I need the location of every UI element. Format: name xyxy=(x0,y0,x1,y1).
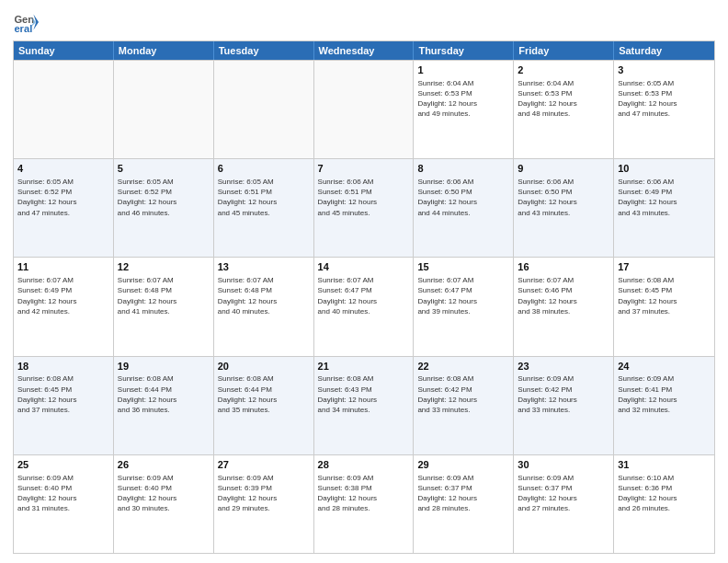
cal-cell: 28Sunrise: 6:09 AM Sunset: 6:38 PM Dayli… xyxy=(314,455,415,553)
day-number: 10 xyxy=(618,162,711,176)
cal-cell: 27Sunrise: 6:09 AM Sunset: 6:39 PM Dayli… xyxy=(214,455,314,553)
cell-info: Sunrise: 6:09 AM Sunset: 6:39 PM Dayligh… xyxy=(218,473,310,514)
day-number: 18 xyxy=(17,360,109,373)
day-number: 24 xyxy=(618,360,711,373)
cell-info: Sunrise: 6:05 AM Sunset: 6:52 PM Dayligh… xyxy=(17,177,109,218)
cell-info: Sunrise: 6:07 AM Sunset: 6:48 PM Dayligh… xyxy=(218,275,310,316)
cal-cell: 25Sunrise: 6:09 AM Sunset: 6:40 PM Dayli… xyxy=(14,455,114,553)
cal-cell: 11Sunrise: 6:07 AM Sunset: 6:49 PM Dayli… xyxy=(14,258,114,355)
cell-info: Sunrise: 6:06 AM Sunset: 6:50 PM Dayligh… xyxy=(417,177,509,218)
day-header-tuesday: Tuesday xyxy=(214,41,314,60)
svg-text:eral: eral xyxy=(14,23,32,34)
cal-cell: 1Sunrise: 6:04 AM Sunset: 6:53 PM Daylig… xyxy=(414,61,514,158)
cal-cell: 23Sunrise: 6:09 AM Sunset: 6:42 PM Dayli… xyxy=(514,357,614,454)
cell-info: Sunrise: 6:08 AM Sunset: 6:44 PM Dayligh… xyxy=(118,373,210,415)
day-number: 14 xyxy=(318,260,410,274)
day-number: 9 xyxy=(518,162,609,176)
cell-info: Sunrise: 6:08 AM Sunset: 6:42 PM Dayligh… xyxy=(417,373,509,415)
day-number: 11 xyxy=(17,260,109,274)
cal-cell: 3Sunrise: 6:05 AM Sunset: 6:53 PM Daylig… xyxy=(614,61,714,158)
cell-info: Sunrise: 6:07 AM Sunset: 6:46 PM Dayligh… xyxy=(518,275,609,316)
cell-info: Sunrise: 6:09 AM Sunset: 6:42 PM Dayligh… xyxy=(518,373,609,415)
calendar-header: SundayMondayTuesdayWednesdayThursdayFrid… xyxy=(14,41,714,60)
day-number: 7 xyxy=(318,162,410,176)
cell-info: Sunrise: 6:07 AM Sunset: 6:47 PM Dayligh… xyxy=(417,275,509,316)
calendar: SundayMondayTuesdayWednesdayThursdayFrid… xyxy=(13,40,715,554)
cal-cell: 7Sunrise: 6:06 AM Sunset: 6:51 PM Daylig… xyxy=(314,159,415,257)
cal-cell: 26Sunrise: 6:09 AM Sunset: 6:40 PM Dayli… xyxy=(114,455,214,553)
day-number: 23 xyxy=(518,360,609,373)
day-number: 5 xyxy=(118,162,210,176)
cell-info: Sunrise: 6:08 AM Sunset: 6:44 PM Dayligh… xyxy=(218,373,310,415)
cell-info: Sunrise: 6:05 AM Sunset: 6:53 PM Dayligh… xyxy=(618,78,711,120)
day-number: 3 xyxy=(618,63,711,77)
cal-cell xyxy=(214,61,314,158)
cal-cell: 30Sunrise: 6:09 AM Sunset: 6:37 PM Dayli… xyxy=(514,455,614,553)
day-number: 1 xyxy=(417,63,509,77)
cell-info: Sunrise: 6:09 AM Sunset: 6:40 PM Dayligh… xyxy=(17,473,109,514)
cal-cell: 20Sunrise: 6:08 AM Sunset: 6:44 PM Dayli… xyxy=(214,357,314,454)
cell-info: Sunrise: 6:08 AM Sunset: 6:45 PM Dayligh… xyxy=(618,275,711,316)
day-header-sunday: Sunday xyxy=(14,41,114,60)
day-header-monday: Monday xyxy=(114,41,214,60)
cell-info: Sunrise: 6:09 AM Sunset: 6:38 PM Dayligh… xyxy=(318,473,410,514)
day-number: 8 xyxy=(417,162,509,176)
cell-info: Sunrise: 6:08 AM Sunset: 6:43 PM Dayligh… xyxy=(318,373,410,415)
page: Gen eral SundayMondayTuesdayWednesdayThu… xyxy=(0,0,728,563)
day-number: 4 xyxy=(17,162,109,176)
day-header-thursday: Thursday xyxy=(414,41,514,60)
calendar-body: 1Sunrise: 6:04 AM Sunset: 6:53 PM Daylig… xyxy=(14,60,714,553)
day-number: 31 xyxy=(618,458,711,472)
day-header-saturday: Saturday xyxy=(614,41,714,60)
calendar-week-2: 11Sunrise: 6:07 AM Sunset: 6:49 PM Dayli… xyxy=(14,257,714,355)
cal-cell: 18Sunrise: 6:08 AM Sunset: 6:45 PM Dayli… xyxy=(14,357,114,454)
cal-cell xyxy=(14,61,114,158)
cell-info: Sunrise: 6:07 AM Sunset: 6:49 PM Dayligh… xyxy=(17,275,109,316)
cal-cell: 4Sunrise: 6:05 AM Sunset: 6:52 PM Daylig… xyxy=(14,159,114,257)
day-number: 2 xyxy=(518,63,609,77)
cell-info: Sunrise: 6:04 AM Sunset: 6:53 PM Dayligh… xyxy=(417,78,509,120)
day-number: 17 xyxy=(618,260,711,274)
calendar-week-0: 1Sunrise: 6:04 AM Sunset: 6:53 PM Daylig… xyxy=(14,60,714,158)
cal-cell: 17Sunrise: 6:08 AM Sunset: 6:45 PM Dayli… xyxy=(614,258,714,355)
cal-cell: 6Sunrise: 6:05 AM Sunset: 6:51 PM Daylig… xyxy=(214,159,314,257)
day-number: 26 xyxy=(118,458,210,472)
cal-cell: 5Sunrise: 6:05 AM Sunset: 6:52 PM Daylig… xyxy=(114,159,214,257)
day-number: 19 xyxy=(118,360,210,373)
cal-cell: 29Sunrise: 6:09 AM Sunset: 6:37 PM Dayli… xyxy=(414,455,514,553)
cal-cell: 2Sunrise: 6:04 AM Sunset: 6:53 PM Daylig… xyxy=(514,61,614,158)
day-header-friday: Friday xyxy=(514,41,614,60)
cell-info: Sunrise: 6:07 AM Sunset: 6:48 PM Dayligh… xyxy=(118,275,210,316)
day-number: 13 xyxy=(218,260,310,274)
cal-cell: 24Sunrise: 6:09 AM Sunset: 6:41 PM Dayli… xyxy=(614,357,714,454)
cal-cell: 10Sunrise: 6:06 AM Sunset: 6:49 PM Dayli… xyxy=(614,159,714,257)
calendar-week-1: 4Sunrise: 6:05 AM Sunset: 6:52 PM Daylig… xyxy=(14,158,714,257)
cal-cell: 9Sunrise: 6:06 AM Sunset: 6:50 PM Daylig… xyxy=(514,159,614,257)
calendar-week-4: 25Sunrise: 6:09 AM Sunset: 6:40 PM Dayli… xyxy=(14,454,714,553)
day-number: 30 xyxy=(518,458,609,472)
cal-cell xyxy=(114,61,214,158)
day-number: 21 xyxy=(318,360,410,373)
day-number: 6 xyxy=(218,162,310,176)
cell-info: Sunrise: 6:09 AM Sunset: 6:37 PM Dayligh… xyxy=(417,473,509,514)
day-number: 27 xyxy=(218,458,310,472)
cell-info: Sunrise: 6:06 AM Sunset: 6:50 PM Dayligh… xyxy=(518,177,609,218)
cell-info: Sunrise: 6:06 AM Sunset: 6:49 PM Dayligh… xyxy=(618,177,711,218)
cell-info: Sunrise: 6:06 AM Sunset: 6:51 PM Dayligh… xyxy=(318,177,410,218)
cell-info: Sunrise: 6:09 AM Sunset: 6:41 PM Dayligh… xyxy=(618,373,711,415)
cal-cell: 31Sunrise: 6:10 AM Sunset: 6:36 PM Dayli… xyxy=(614,455,714,553)
cal-cell: 8Sunrise: 6:06 AM Sunset: 6:50 PM Daylig… xyxy=(414,159,514,257)
header: Gen eral xyxy=(13,9,715,35)
cal-cell: 16Sunrise: 6:07 AM Sunset: 6:46 PM Dayli… xyxy=(514,258,614,355)
day-number: 29 xyxy=(417,458,509,472)
cell-info: Sunrise: 6:04 AM Sunset: 6:53 PM Dayligh… xyxy=(518,78,609,120)
cal-cell xyxy=(314,61,415,158)
cal-cell: 21Sunrise: 6:08 AM Sunset: 6:43 PM Dayli… xyxy=(314,357,415,454)
cell-info: Sunrise: 6:10 AM Sunset: 6:36 PM Dayligh… xyxy=(618,473,711,514)
cal-cell: 19Sunrise: 6:08 AM Sunset: 6:44 PM Dayli… xyxy=(114,357,214,454)
logo-icon: Gen eral xyxy=(13,9,39,35)
cal-cell: 13Sunrise: 6:07 AM Sunset: 6:48 PM Dayli… xyxy=(214,258,314,355)
calendar-week-3: 18Sunrise: 6:08 AM Sunset: 6:45 PM Dayli… xyxy=(14,356,714,454)
cell-info: Sunrise: 6:09 AM Sunset: 6:37 PM Dayligh… xyxy=(518,473,609,514)
logo: Gen eral xyxy=(13,9,42,35)
